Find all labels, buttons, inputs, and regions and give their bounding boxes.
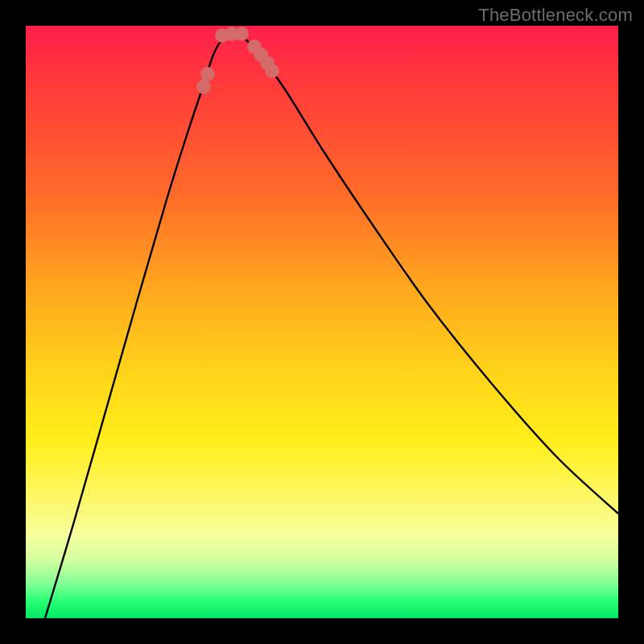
highlight-dot	[234, 27, 249, 41]
watermark-text: TheBottleneck.com	[478, 5, 633, 26]
highlight-dot	[265, 64, 279, 78]
highlight-dot	[196, 80, 211, 94]
highlight-dot	[200, 67, 215, 81]
chart-frame: TheBottleneck.com	[0, 0, 644, 644]
bottleneck-curve-path	[45, 34, 618, 618]
plot-area	[26, 26, 618, 618]
highlight-markers	[196, 27, 279, 94]
curve-svg	[26, 26, 618, 618]
